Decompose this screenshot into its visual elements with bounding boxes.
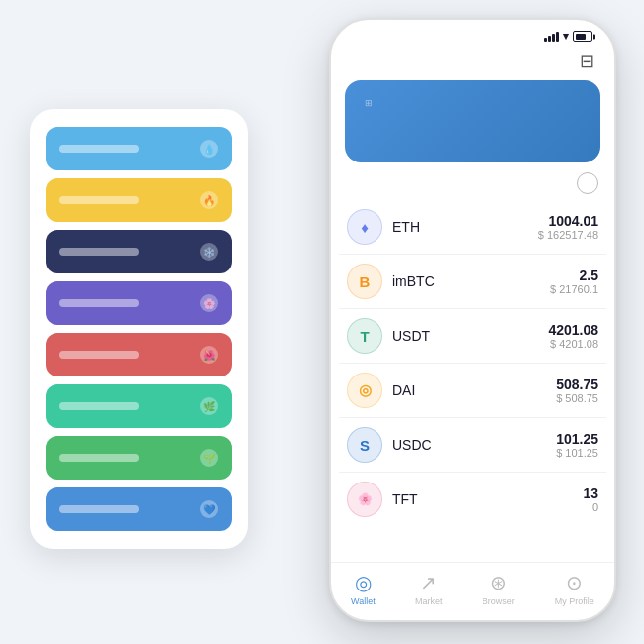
token-item-tft[interactable]: 🌸TFT130	[339, 473, 606, 526]
battery-icon	[573, 31, 592, 42]
token-icon-tft: 🌸	[347, 482, 382, 517]
token-name: ETH	[392, 219, 538, 235]
token-icon-usdt: T	[347, 318, 382, 354]
nav-label-market: Market	[415, 596, 443, 606]
scan-icon[interactable]: ⊟	[580, 51, 594, 72]
card-item-card-green[interactable]: 🌱	[46, 436, 232, 480]
token-usd: $ 508.75	[556, 392, 598, 404]
eth-balance	[361, 118, 585, 149]
token-usd: $ 162517.48	[538, 229, 598, 241]
card-stack: 💧 🔥 ❄️ 🌸 🌺 🌿 🌱 💙	[30, 109, 248, 549]
nav-label-wallet: Wallet	[351, 596, 376, 606]
card-icon: 🌺	[200, 346, 218, 364]
copy-icon[interactable]: ⊞	[365, 98, 373, 108]
nav-item-wallet[interactable]: ◎Wallet	[351, 571, 376, 606]
assets-header	[331, 172, 614, 200]
token-amounts: 508.75$ 508.75	[556, 376, 598, 404]
token-name: imBTC	[392, 273, 550, 289]
card-item-card-red[interactable]: 🌺	[46, 333, 232, 376]
wifi-icon: ▾	[563, 30, 569, 43]
token-item-usdc[interactable]: SUSDC101.25$ 101.25	[339, 418, 606, 473]
token-balance: 101.25	[556, 431, 598, 447]
eth-address: ⊞	[361, 98, 585, 108]
signal-icon	[544, 32, 559, 42]
token-icon-imbtc: B	[347, 264, 382, 299]
card-item-card-navy[interactable]: ❄️	[46, 230, 232, 273]
card-label	[59, 454, 139, 462]
token-icon-usdc: S	[347, 427, 382, 463]
token-item-usdt[interactable]: TUSDT4201.08$ 4201.08	[339, 309, 606, 364]
token-item-imbtc[interactable]: BimBTC2.5$ 21760.1	[339, 255, 606, 309]
card-label	[59, 402, 139, 410]
card-label	[59, 505, 139, 513]
token-balance: 508.75	[556, 376, 598, 392]
market-nav-icon: ↗	[420, 571, 437, 594]
token-item-dai[interactable]: ◎DAI508.75$ 508.75	[339, 364, 606, 418]
card-icon: 🌸	[200, 294, 218, 312]
card-item-card-purple[interactable]: 🌸	[46, 281, 232, 325]
card-item-card-blue2[interactable]: 💙	[46, 487, 232, 531]
token-icon-dai: ◎	[347, 373, 382, 408]
phone-header: ⊟	[331, 47, 614, 80]
card-icon: 🌿	[200, 397, 218, 415]
phone-mockup: ▾ ⊟ ⊞ ♦ETH1004.01$	[329, 18, 616, 622]
nav-label-browser: Browser	[483, 596, 515, 606]
token-list: ♦ETH1004.01$ 162517.48BimBTC2.5$ 21760.1…	[331, 200, 614, 562]
token-item-eth[interactable]: ♦ETH1004.01$ 162517.48	[339, 200, 606, 255]
add-token-button[interactable]	[577, 172, 598, 194]
token-name: USDC	[392, 437, 556, 453]
eth-card[interactable]: ⊞	[345, 80, 600, 162]
card-item-card-blue[interactable]: 💧	[46, 127, 232, 170]
profile-nav-icon: ⊙	[566, 571, 583, 594]
card-icon: 💧	[200, 140, 218, 158]
nav-label-profile: My Profile	[555, 596, 594, 606]
token-usd: $ 21760.1	[550, 283, 598, 295]
card-item-card-yellow[interactable]: 🔥	[46, 178, 232, 222]
token-amounts: 101.25$ 101.25	[556, 431, 598, 459]
token-name: DAI	[392, 382, 556, 398]
wallet-nav-icon: ◎	[355, 571, 372, 594]
card-label	[59, 248, 139, 256]
token-usd: $ 4201.08	[548, 338, 598, 350]
token-amounts: 130	[583, 485, 598, 513]
token-icon-eth: ♦	[347, 209, 382, 245]
card-label	[59, 145, 139, 153]
status-bar: ▾	[331, 20, 614, 47]
nav-item-market[interactable]: ↗Market	[415, 571, 443, 606]
nav-item-browser[interactable]: ⊛Browser	[483, 571, 515, 606]
card-icon: 🔥	[200, 191, 218, 209]
card-item-card-teal[interactable]: 🌿	[46, 384, 232, 428]
browser-nav-icon: ⊛	[490, 571, 507, 594]
card-icon: 🌱	[200, 449, 218, 467]
token-usd: $ 101.25	[556, 447, 598, 459]
token-amounts: 2.5$ 21760.1	[550, 268, 598, 295]
status-icons: ▾	[544, 30, 592, 43]
card-icon: ❄️	[200, 243, 218, 261]
token-balance: 4201.08	[548, 322, 598, 338]
token-balance: 1004.01	[538, 213, 598, 229]
card-label	[59, 299, 139, 307]
token-amounts: 4201.08$ 4201.08	[548, 322, 598, 350]
card-icon: 💙	[200, 500, 218, 518]
bottom-nav: ◎Wallet↗Market⊛Browser⊙My Profile	[331, 562, 614, 620]
token-name: USDT	[392, 328, 548, 344]
nav-item-profile[interactable]: ⊙My Profile	[555, 571, 594, 606]
card-label	[59, 196, 139, 204]
token-name: TFT	[392, 491, 583, 507]
card-label	[59, 351, 139, 359]
token-balance: 2.5	[550, 268, 598, 283]
token-balance: 13	[583, 485, 598, 501]
token-usd: 0	[583, 501, 598, 513]
token-amounts: 1004.01$ 162517.48	[538, 213, 598, 241]
